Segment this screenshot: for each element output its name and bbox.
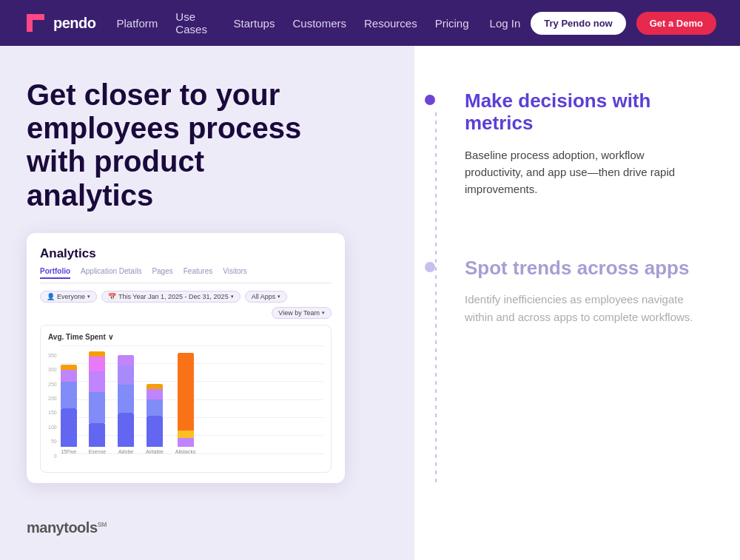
bar-group-15five: 15Five <box>61 365 77 454</box>
tab-visitors[interactable]: Visitors <box>223 267 247 279</box>
bar-label: Adobe <box>118 449 133 454</box>
bar-stack <box>61 365 77 447</box>
left-panel: Get closer to your employees process wit… <box>0 46 414 560</box>
hero-title: Get closer to your employees process wit… <box>27 78 337 212</box>
bar-stack <box>178 353 194 447</box>
analytics-tabs: Portfolio Application Details Pages Feat… <box>40 267 332 283</box>
dot-metrics <box>425 95 435 105</box>
y-label: 350 <box>48 353 57 358</box>
user-icon: 👤 <box>47 293 55 300</box>
svg-rect-1 <box>38 14 44 20</box>
nav-link-use-cases[interactable]: Use Cases <box>175 10 215 36</box>
pendo-logo-icon <box>24 11 47 35</box>
y-label: 150 <box>48 410 57 415</box>
filter-row: 👤 Everyone ▾ 📅 This Year Jan 1, 2025 - D… <box>40 291 332 319</box>
nav-link-platform[interactable]: Platform <box>117 17 158 30</box>
main-content: Get closer to your employees process wit… <box>0 46 740 560</box>
bar-stack <box>147 384 163 447</box>
nav-links: Platform Use Cases Startups Customers Re… <box>117 10 469 36</box>
tab-portfolio[interactable]: Portfolio <box>40 267 70 279</box>
login-link[interactable]: Log In <box>490 17 521 30</box>
chart-body: 350 300 250 200 150 100 50 0 <box>48 345 323 468</box>
chevron-icon2: ▾ <box>231 294 234 300</box>
nav-actions: Log In Try Pendo now Get a Demo <box>490 12 716 35</box>
bar-label: Allstacks <box>175 449 196 454</box>
feature-metrics-desc: Baseline process adoption, workflow prod… <box>465 146 704 198</box>
bar-stack <box>118 355 134 447</box>
bar-label: 15Five <box>61 449 76 454</box>
chart-area: Avg. Time Spent ∨ 350 300 250 200 150 10… <box>40 325 332 473</box>
nav-link-pricing[interactable]: Pricing <box>435 17 469 30</box>
bar-group-allstacks: Allstacks <box>175 353 196 454</box>
y-label: 100 <box>48 425 57 430</box>
manytools-logo: manytoolsSM <box>27 519 107 536</box>
bar-stack <box>89 351 105 447</box>
timeline-line <box>435 112 437 486</box>
bar-group-esense: Esense <box>89 351 106 454</box>
logo[interactable]: pendo <box>24 11 96 35</box>
tab-pages[interactable]: Pages <box>152 267 172 279</box>
calendar-icon: 📅 <box>108 293 116 300</box>
filter-apps[interactable]: All Apps ▾ <box>245 291 288 303</box>
bar-label: Esense <box>89 449 106 454</box>
right-panel: Make decisions with metrics Baseline pro… <box>414 46 740 560</box>
y-axis: 350 300 250 200 150 100 50 0 <box>48 351 61 459</box>
logo-text: pendo <box>53 15 96 32</box>
y-label: 250 <box>48 382 57 387</box>
bar-label: Airtable <box>146 449 164 454</box>
bar-group-adobe: Adobe <box>118 355 134 454</box>
dot-trends <box>425 262 435 272</box>
nav-link-resources[interactable]: Resources <box>364 17 417 30</box>
feature-trends: Spot trends across apps Identify ineffic… <box>465 257 704 325</box>
chart-bars: 15Five Esense <box>61 345 323 468</box>
filter-everyone[interactable]: 👤 Everyone ▾ <box>40 291 97 303</box>
bar-group-airtable: Airtable <box>146 384 164 454</box>
y-label: 200 <box>48 396 57 401</box>
analytics-card-title: Analytics <box>40 246 332 261</box>
y-label: 300 <box>48 367 57 372</box>
tab-features[interactable]: Features <box>184 267 212 279</box>
tab-application-details[interactable]: Application Details <box>81 267 141 279</box>
chart-label[interactable]: Avg. Time Spent ∨ <box>48 333 323 341</box>
navbar: pendo Platform Use Cases Startups Custom… <box>0 0 740 46</box>
manytools-logo-area: manytoolsSM <box>27 519 107 536</box>
nav-link-startups[interactable]: Startups <box>234 17 275 30</box>
filter-date[interactable]: 📅 This Year Jan 1, 2025 - Dec 31, 2025 ▾ <box>101 291 240 303</box>
chevron-icon: ▾ <box>87 294 90 300</box>
y-label: 50 <box>48 439 57 444</box>
get-demo-button[interactable]: Get a Demo <box>636 12 716 35</box>
nav-link-customers[interactable]: Customers <box>292 17 346 30</box>
try-pendo-button[interactable]: Try Pendo now <box>531 12 625 35</box>
y-label: 0 <box>48 453 57 459</box>
feature-metrics-title: Make decisions with metrics <box>465 90 704 135</box>
feature-trends-title: Spot trends across apps <box>465 257 704 280</box>
view-by-team-btn[interactable]: View by Team ▾ <box>272 307 332 319</box>
feature-metrics: Make decisions with metrics Baseline pro… <box>465 90 704 198</box>
chevron-icon3: ▾ <box>278 294 280 300</box>
feature-trends-desc: Identify inefficiencies as employees nav… <box>465 291 704 325</box>
svg-marker-0 <box>27 14 38 32</box>
chevron-icon4: ▾ <box>322 310 325 316</box>
analytics-card: Analytics Portfolio Application Details … <box>27 233 345 483</box>
